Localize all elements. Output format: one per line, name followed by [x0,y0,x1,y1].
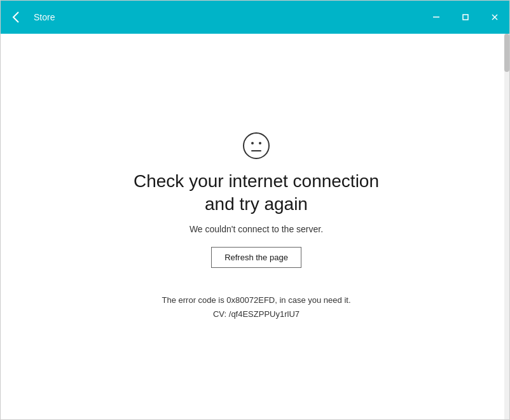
scrollbar-thumb[interactable] [504,34,509,72]
app-window: Store [0,0,510,420]
window-controls [422,1,509,34]
app-title: Store [31,12,422,22]
error-content: Check your internet connection and try a… [1,34,509,419]
svg-point-5 [251,142,254,144]
back-button[interactable] [1,1,31,34]
minimize-button[interactable] [422,1,451,34]
error-code-line2: CV: /qf4ESZPPUy1rlU7 [162,307,351,321]
titlebar: Store [1,1,509,34]
refresh-button[interactable]: Refresh the page [211,247,301,268]
maximize-button[interactable] [451,1,480,34]
svg-rect-1 [463,15,468,20]
error-subtitle: We couldn't connect to the server. [190,224,323,234]
error-code-line1: The error code is 0x80072EFD, in case yo… [162,293,351,307]
svg-point-4 [244,133,269,158]
close-button[interactable] [480,1,509,34]
error-title: Check your internet connection and try a… [134,170,379,216]
scrollbar-track[interactable] [504,34,509,419]
svg-point-6 [259,142,261,144]
neutral-face-icon [242,132,270,160]
svg-rect-0 [433,17,439,18]
error-code-block: The error code is 0x80072EFD, in case yo… [162,293,351,321]
